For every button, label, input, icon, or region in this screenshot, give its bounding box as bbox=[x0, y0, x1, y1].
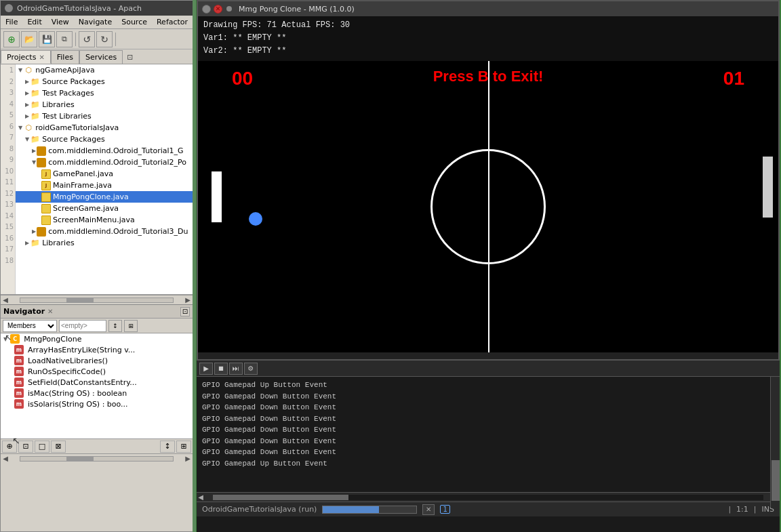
paddle-right bbox=[763, 157, 773, 218]
tree-item-1[interactable]: ▶ 📁 Source Packages bbox=[16, 76, 193, 87]
output-step-btn[interactable]: ⏭ bbox=[229, 363, 243, 375]
folder-icon-4: 📁 bbox=[30, 111, 41, 122]
tree-item-9[interactable]: J GamePanel.java bbox=[16, 168, 193, 180]
method-icon-1: m bbox=[14, 356, 24, 365]
var1-line: Var1: ** EMPTY ** bbox=[203, 32, 773, 45]
tree-item-11[interactable]: MmgPongClone.java bbox=[16, 191, 193, 203]
nav-btn-filter[interactable]: ⊞ bbox=[176, 441, 191, 453]
tree-item-3[interactable]: ▶ 📁 Libraries bbox=[16, 99, 193, 110]
new-button[interactable]: ⊕ bbox=[3, 31, 20, 47]
window-dot bbox=[5, 4, 13, 12]
save-button[interactable]: 💾 bbox=[39, 31, 55, 47]
nav-member-0[interactable]: m ArrayHasEntryLike(String v... bbox=[1, 344, 193, 355]
nav-member-2[interactable]: m RunOsSpecificCode() bbox=[1, 366, 193, 377]
split-handle[interactable] bbox=[193, 0, 196, 532]
java-icon-11 bbox=[41, 192, 51, 202]
nav-member-1[interactable]: m LoadNativeLibraries() bbox=[1, 355, 193, 366]
output-hscroll-thumb[interactable] bbox=[213, 495, 348, 500]
java-icon-9: J bbox=[41, 169, 51, 179]
hscroll-left[interactable]: ◀ bbox=[1, 295, 10, 305]
undo-button[interactable]: ↺ bbox=[79, 31, 95, 47]
pkg-icon-14 bbox=[37, 227, 46, 237]
tree-label-10: MainFrame.java bbox=[53, 181, 112, 190]
hscroll-right[interactable]: ▶ bbox=[183, 295, 193, 305]
nav-member-3[interactable]: m SetField(DatConstantsEntry... bbox=[1, 377, 193, 388]
menu-edit[interactable]: Edit bbox=[25, 17, 43, 27]
navigator-panel: Navigator ✕ ⊡ Members ↕ ⊞ ↖ bbox=[1, 304, 193, 453]
tree-item-5[interactable]: ▼ ⬡ roidGameTutorialsJava bbox=[16, 122, 193, 134]
tree-item-8[interactable]: ▼ com.middlemind.Odroid_Tutorial2_Po bbox=[16, 157, 193, 168]
tree-item-7[interactable]: ▶ com.middlemind.Odroid_Tutorial1_G bbox=[16, 145, 193, 157]
game-window: ✕ Mmg Pong Clone - MMG (1.0.0) Drawing F… bbox=[197, 0, 780, 376]
navigator-maximize[interactable]: ⊡ bbox=[180, 307, 190, 316]
window-close-btn[interactable]: ✕ bbox=[214, 5, 222, 14]
tree-item-12[interactable]: ScreenGame.java bbox=[16, 203, 193, 214]
nav-class-root[interactable]: ▼ C MmgPongClone bbox=[1, 333, 193, 344]
output-vscroll-thumb[interactable] bbox=[772, 460, 780, 501]
navigator-title: Navigator bbox=[3, 307, 45, 316]
menu-source[interactable]: Source bbox=[119, 17, 149, 27]
output-hscroll-left[interactable]: ◀ bbox=[197, 493, 205, 502]
window-minimize-btn[interactable] bbox=[202, 5, 211, 14]
tree-label-12: ScreenGame.java bbox=[53, 204, 119, 213]
output-vscroll[interactable] bbox=[770, 377, 780, 508]
hscroll-thumb[interactable] bbox=[66, 298, 94, 302]
method-icon-4: m bbox=[14, 388, 24, 398]
output-run-btn[interactable]: ▶ bbox=[199, 363, 213, 375]
filter-button[interactable]: ⊞ bbox=[124, 320, 138, 332]
pkg-icon-8 bbox=[37, 158, 46, 167]
output-stop-btn[interactable]: ⏹ bbox=[214, 363, 228, 375]
tree-item-15[interactable]: ▶ 📁 Libraries bbox=[16, 237, 193, 249]
menu-refactor[interactable]: Refactor bbox=[155, 17, 190, 27]
tree-item-10[interactable]: J MainFrame.java bbox=[16, 180, 193, 191]
menu-file[interactable]: File bbox=[3, 17, 20, 27]
nav-member-4[interactable]: m isMac(String OS) : boolean bbox=[1, 388, 193, 398]
open-button[interactable]: 📂 bbox=[21, 31, 37, 47]
output-hscroll[interactable]: ◀ ▶ bbox=[197, 492, 780, 502]
tab-projects-close[interactable]: ✕ bbox=[39, 54, 44, 61]
members-dropdown[interactable]: Members bbox=[3, 320, 57, 332]
tree-item-2[interactable]: ▶ 📁 Test Packages bbox=[16, 87, 193, 99]
status-sep: | bbox=[728, 505, 731, 514]
nav-btn-2[interactable]: □ bbox=[35, 441, 49, 453]
nav-hscroll-left[interactable]: ◀ bbox=[1, 454, 10, 464]
sort-button[interactable]: ↕ bbox=[108, 320, 122, 332]
nav-btn-sort[interactable]: ↕ bbox=[160, 441, 175, 453]
output-line-7: GPIO Gamepad Up Button Event bbox=[202, 458, 774, 470]
nav-member-label-4: isMac(String OS) : boolean bbox=[28, 389, 127, 398]
hscroll-track[interactable] bbox=[20, 298, 174, 303]
status-position: 1:1 bbox=[736, 505, 748, 514]
cursor-icon: ↖ bbox=[5, 333, 12, 342]
nav-btn-3[interactable]: ⊠ bbox=[51, 441, 66, 453]
tree-item-6[interactable]: ▼ 📁 Source Packages bbox=[16, 134, 193, 145]
nav-hscroll-track[interactable] bbox=[20, 456, 174, 462]
output-line-6: GPIO Gamepad Down Button Event bbox=[202, 447, 774, 458]
nav-hscroll-right[interactable]: ▶ bbox=[183, 454, 193, 464]
tree-item-4[interactable]: ▶ 📁 Test Libraries bbox=[16, 110, 193, 122]
tab-maximize[interactable]: ⊡ bbox=[123, 50, 137, 64]
members-filter[interactable] bbox=[59, 320, 106, 332]
output-settings-btn[interactable]: ⚙ bbox=[244, 363, 258, 375]
cancel-button[interactable]: ✕ bbox=[422, 504, 435, 515]
tab-services[interactable]: Services bbox=[79, 50, 123, 64]
tree-item-14[interactable]: ▶ com.middlemind.Odroid_Tutorial3_Du bbox=[16, 226, 193, 237]
output-hscroll-track[interactable] bbox=[213, 495, 763, 500]
tab-projects[interactable]: Projects ✕ bbox=[1, 50, 51, 64]
status-project: OdroidGameTutorialsJava (run) bbox=[202, 505, 317, 514]
nav-hscroll-thumb[interactable] bbox=[66, 457, 94, 461]
paddle-left bbox=[212, 171, 222, 222]
copy-button[interactable]: ⧉ bbox=[56, 31, 73, 47]
menu-navigate[interactable]: Navigate bbox=[77, 17, 114, 27]
tree-label-2: Test Packages bbox=[42, 89, 94, 98]
redo-button[interactable]: ↻ bbox=[96, 31, 113, 47]
nav-member-5[interactable]: m isSolaris(String OS) : boo... bbox=[1, 398, 193, 409]
hscroll[interactable]: ◀ ▶ bbox=[1, 295, 193, 304]
navigator-close[interactable]: ✕ bbox=[47, 308, 53, 315]
tree-item-13[interactable]: ScreenMainMenu.java bbox=[16, 214, 193, 226]
tree-item-0[interactable]: ▼ ⬡ ngGameApiJava bbox=[16, 64, 193, 76]
menu-view[interactable]: View bbox=[49, 17, 71, 27]
nav-btn-1[interactable]: ⊡ bbox=[18, 441, 33, 453]
score-right: 01 bbox=[723, 68, 744, 89]
nav-hscroll[interactable]: ◀ ▶ bbox=[1, 453, 193, 463]
tab-files[interactable]: Files bbox=[51, 50, 79, 64]
